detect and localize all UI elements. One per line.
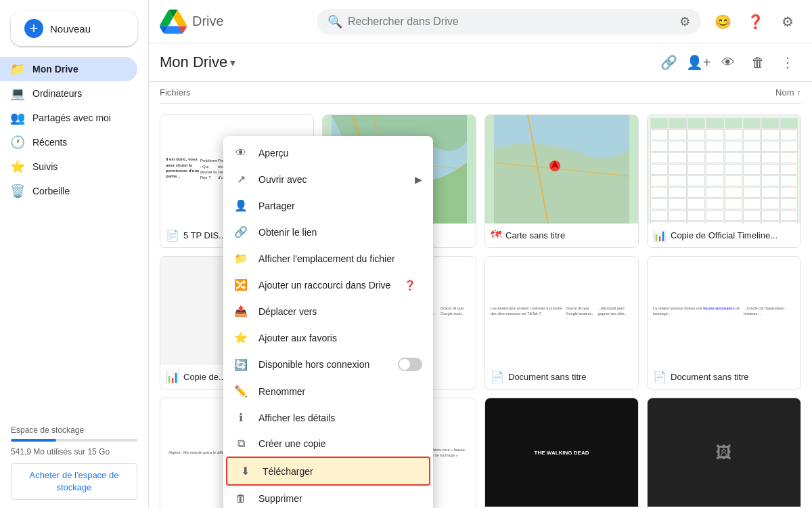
menu-label-hors-connexion: Disponible hors connexion [258, 359, 369, 370]
sidebar-label-partages: Partagés avec moi [32, 112, 111, 123]
menu-label-afficher-details: Afficher les détails [258, 412, 335, 423]
menu-item-deplacer[interactable]: 📤 Déplacer vers [223, 298, 433, 324]
search-icon: 🔍 [328, 14, 342, 29]
menu-label-apercu: Aperçu [258, 148, 288, 158]
logo-area: Drive [160, 8, 309, 35]
storage-label: Espace de stockage [11, 425, 137, 435]
search-input[interactable] [348, 16, 674, 28]
action-icons: 🔗 👤+ 👁 🗑 ⋮ [655, 49, 801, 76]
menu-item-renommer[interactable]: ✏️ Renommer [223, 378, 433, 404]
menu-item-hors-connexion[interactable]: 🔄 Disponible hors connexion [223, 351, 433, 378]
menu-icon-telecharger: ⬇ [238, 465, 252, 478]
context-menu: 👁 Aperçu ↗ Ouvrir avec ▶ 👤 Partager 🔗 Ob… [223, 136, 433, 508]
new-plus-icon: + [24, 19, 43, 38]
share-action-btn[interactable]: 👤+ [685, 49, 712, 76]
new-button-label: Nouveau [50, 23, 91, 35]
sidebar-item-ordinateurs[interactable]: 💻 Ordinateurs [0, 81, 137, 106]
topbar-right: 😊 ❓ ⚙ [709, 8, 801, 35]
settings-icon-btn[interactable]: ⚙ [774, 8, 801, 35]
sidebar-icon-suivis: ⭐ [11, 160, 24, 173]
delete-action-btn[interactable]: 🗑 [744, 49, 771, 76]
storage-bar-bg [11, 439, 137, 442]
storage-section: Espace de stockage 541,9 Mo utilisés sur… [0, 417, 148, 508]
topbar: Drive 🔍 ⚙ 😊 ❓ ⚙ [149, 0, 812, 43]
account-icon-btn[interactable]: 😊 [709, 8, 736, 35]
menu-icon-afficher-details: ℹ [234, 411, 248, 424]
menu-label-ouvrir-avec: Ouvrir avec [258, 174, 307, 185]
menu-label-afficher-emplacement: Afficher l'emplacement du fichier [258, 253, 395, 264]
menu-icon-hors-connexion: 🔄 [234, 358, 248, 371]
help-icon-btn[interactable]: ❓ [742, 8, 769, 35]
menu-item-obtenir-lien[interactable]: 🔗 Obtenir le lien [223, 219, 433, 245]
submenu-arrow: ▶ [415, 174, 422, 185]
sidebar: + Nouveau 📁 Mon Drive💻 Ordinateurs👥 Part… [0, 0, 149, 508]
sidebar-label-ordinateurs: Ordinateurs [32, 88, 82, 99]
sidebar-icon-corbeille: 🗑️ [11, 184, 24, 198]
menu-item-ouvrir-avec[interactable]: ↗ Ouvrir avec ▶ [223, 166, 433, 192]
storage-upgrade-button[interactable]: Acheter de l'espace de stockage [11, 463, 137, 500]
breadcrumb-chevron-icon[interactable]: ▾ [230, 56, 235, 69]
sidebar-item-partages[interactable]: 👥 Partagés avec moi [0, 106, 137, 130]
content-header: Mon Drive ▾ 🔗 👤+ 👁 🗑 ⋮ [149, 43, 812, 82]
menu-icon-partager: 👤 [234, 199, 248, 212]
app-name: Drive [192, 14, 224, 29]
menu-label-telecharger: Télécharger [263, 466, 313, 477]
sidebar-label-suivis: Suivis [32, 161, 58, 172]
menu-icon-apercu: 👁 [234, 147, 248, 159]
storage-usage-text: 541,9 Mo utilisés sur 15 Go [11, 447, 137, 457]
menu-icon-supprimer: 🗑 [234, 492, 248, 505]
menu-icon-deplacer: 📤 [234, 305, 248, 318]
menu-item-creer-copie[interactable]: ⧉ Créer une copie [223, 431, 433, 457]
sidebar-label-recents: Récents [32, 137, 67, 148]
drive-logo-icon [160, 8, 187, 35]
menu-icon-favoris: ⭐ [234, 331, 248, 344]
new-button[interactable]: + Nouveau [11, 11, 137, 46]
menu-label-ajouter-raccourci: Ajouter un raccourci dans Drive [258, 280, 390, 291]
breadcrumb-title-text: Mon Drive [160, 54, 227, 71]
menu-item-apercu[interactable]: 👁 Aperçu [223, 140, 433, 166]
sidebar-label-mon-drive: Mon Drive [32, 64, 78, 75]
menu-icon-afficher-emplacement: 📁 [234, 252, 248, 265]
menu-icon-ajouter-raccourci: 🔀 [234, 278, 248, 291]
menu-label-renommer: Renommer [258, 386, 305, 397]
menu-icon-ouvrir-avec: ↗ [234, 173, 248, 186]
link-action-btn[interactable]: 🔗 [655, 49, 682, 76]
menu-item-supprimer[interactable]: 🗑 Supprimer [223, 486, 433, 508]
search-filter-icon[interactable]: ⚙ [679, 14, 690, 29]
menu-label-supprimer: Supprimer [258, 493, 302, 504]
menu-label-creer-copie: Créer une copie [258, 438, 326, 449]
sidebar-item-mon-drive[interactable]: 📁 Mon Drive [0, 57, 137, 81]
menu-item-afficher-emplacement[interactable]: 📁 Afficher l'emplacement du fichier [223, 245, 433, 272]
menu-label-favoris: Ajouter aux favoris [258, 333, 337, 343]
menu-item-telecharger[interactable]: ⬇ Télécharger [226, 457, 430, 486]
main-area: Drive 🔍 ⚙ 😊 ❓ ⚙ Mon Drive ▾ 🔗 👤+ 👁 🗑 ⋮ [149, 0, 812, 508]
menu-item-ajouter-raccourci[interactable]: 🔀 Ajouter un raccourci dans Drive ❓ [223, 272, 433, 298]
search-bar[interactable]: 🔍 ⚙ [317, 9, 701, 35]
sidebar-item-corbeille[interactable]: 🗑️ Corbeille [0, 179, 137, 203]
sidebar-icon-ordinateurs: 💻 [11, 87, 24, 100]
menu-label-obtenir-lien: Obtenir le lien [258, 227, 317, 238]
view-action-btn[interactable]: 👁 [715, 49, 742, 76]
sidebar-icon-mon-drive: 📁 [11, 62, 24, 76]
menu-item-favoris[interactable]: ⭐ Ajouter aux favoris [223, 324, 433, 351]
help-icon: ❓ [404, 280, 415, 291]
breadcrumb: Mon Drive ▾ [160, 54, 235, 71]
storage-bar-fill [11, 439, 56, 442]
menu-label-deplacer: Déplacer vers [258, 306, 317, 317]
sidebar-item-suivis[interactable]: ⭐ Suivis [0, 154, 137, 179]
menu-icon-renommer: ✏️ [234, 385, 248, 398]
menu-icon-obtenir-lien: 🔗 [234, 226, 248, 238]
menu-label-partager: Partager [258, 200, 295, 211]
files-area: Fichiers Nom ↑ Il est donc, vous avez ch… [149, 82, 812, 508]
menu-icon-creer-copie: ⧉ [234, 438, 248, 450]
sidebar-icon-partages: 👥 [11, 111, 24, 125]
sidebar-label-corbeille: Corbeille [32, 186, 70, 196]
toggle-knob [399, 359, 410, 370]
menu-item-afficher-details[interactable]: ℹ Afficher les détails [223, 404, 433, 431]
sidebar-icon-recents: 🕐 [11, 135, 24, 149]
toggle-hors-connexion[interactable] [398, 358, 422, 371]
more-action-btn[interactable]: ⋮ [774, 49, 801, 76]
sidebar-item-recents[interactable]: 🕐 Récents [0, 130, 137, 154]
sidebar-nav: 📁 Mon Drive💻 Ordinateurs👥 Partagés avec … [0, 57, 148, 203]
menu-item-partager[interactable]: 👤 Partager [223, 192, 433, 219]
